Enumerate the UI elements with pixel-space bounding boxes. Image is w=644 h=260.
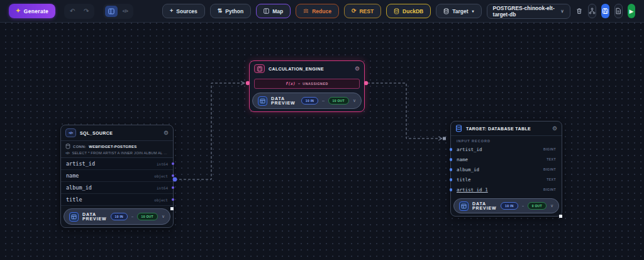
field-port[interactable] [450,178,453,181]
preview-label: DATA PREVIEW [271,96,297,105]
add-python-button[interactable]: ⇅ Python [210,4,251,18]
field-row[interactable]: name object [61,170,173,182]
calc-header[interactable]: CALCULATION_ENGINE ⚙ [250,61,364,76]
gear-icon[interactable]: ⚙ [552,126,557,132]
in-badge: 10 IN [301,97,318,105]
data-preview-bar[interactable]: DATA PREVIEW 10 IN 10 OUT ∨ [64,208,170,225]
chevron-down-icon[interactable]: ∨ [353,98,356,103]
fx-label: f(x) [286,81,296,86]
target-resize-handle[interactable] [559,215,562,218]
preview-label: DATA PREVIEW [82,212,107,221]
report-button[interactable] [614,4,623,18]
canvas-view-icon[interactable] [105,6,118,17]
field-row[interactable]: title TEXT [451,174,562,184]
field-type: BIGINT [543,167,556,171]
target-header[interactable]: TARGET: DATABASE TABLE ⚙ [451,122,562,135]
out-badge: 0 OUT [528,202,547,210]
add-duckdb-button[interactable]: DuckDB [386,4,431,18]
target-label: Target [452,8,468,14]
add-map-button[interactable]: Map [256,4,291,18]
in-badge: 10 IN [501,202,518,210]
field-row[interactable]: album_id int64 [61,182,173,194]
connection-row: CONN: WEBFIDGET-POSTGRES [61,141,173,150]
field-row[interactable]: title object [61,194,173,206]
target-field-list: artist_id BIGINT name TEXT album_id BIGI… [451,144,562,195]
code-icon: </> [65,151,69,155]
node-target-table[interactable]: TARGET: DATABASE TABLE ⚙ INPUT RECORD ar… [450,121,562,217]
field-port[interactable] [172,162,174,165]
field-name: name [66,172,79,179]
database-icon [443,8,449,14]
badge-separator [322,101,324,101]
field-name: album_id [66,184,92,191]
in-badge: 10 IN [111,213,128,220]
conn-label: CONN: [73,145,86,149]
field-port[interactable] [450,148,453,151]
field-row[interactable]: artist_id int64 [61,158,173,170]
sql-source-header[interactable]: </> SQL_SOURCE ⚙ [61,125,173,140]
duckdb-label: DuckDB [402,8,423,14]
field-type: int64 [157,186,168,190]
git-branch-icon [589,8,596,14]
sources-label: Sources [176,8,197,14]
refresh-icon: ⟳ [352,8,357,14]
field-name: artist_id [457,147,482,152]
play-icon: ▶ [629,8,633,14]
node-sql-source[interactable]: </> SQL_SOURCE ⚙ CONN: WEBFIDGET-POSTGRE… [60,125,174,228]
python-label: Python [225,8,243,14]
field-row[interactable]: album_id BIGINT [451,164,562,174]
swap-arrows-icon: ⇅ [218,8,223,14]
field-row[interactable]: artist_id_1 BIGINT [451,184,562,195]
calculator-icon [254,64,265,73]
field-port[interactable] [450,158,453,161]
table-icon [258,96,267,106]
generate-button[interactable]: ✦ Generate [9,4,55,18]
save-floppy-icon [602,8,609,14]
chevron-down-icon[interactable]: ∨ [550,203,553,208]
add-target-button[interactable]: Target ▾ [436,4,481,18]
out-badge: 10 OUT [137,213,158,220]
field-port[interactable] [450,188,453,191]
field-row[interactable]: name TEXT [451,154,562,164]
node-calculation-engine[interactable]: CALCULATION_ENGINE ⚙ f(x) = UNASSIGNED D… [249,60,365,112]
formula-input[interactable]: f(x) = UNASSIGNED [254,79,360,89]
run-button[interactable]: ▶ [628,4,635,18]
field-port[interactable] [172,186,174,189]
input-record-label: INPUT RECORD [451,136,562,144]
gear-icon[interactable]: ⚙ [164,130,169,136]
pipeline-select[interactable]: POSTGRES-chinook-elt-target-db ∨ [487,4,570,19]
redo-icon[interactable]: ↷ [80,6,92,17]
add-reduce-button[interactable]: Reduce [296,4,339,18]
field-port[interactable] [172,198,174,201]
field-name: name [457,157,468,162]
field-port[interactable] [172,174,174,177]
pipeline-select-value: POSTGRES-chinook-elt-target-db [493,5,561,18]
data-preview-bar[interactable]: DATA PREVIEW 10 IN 10 OUT ∨ [252,93,362,109]
delete-button[interactable] [575,4,583,18]
field-name: artist_id_1 [457,187,488,193]
layers-icon [303,8,309,14]
field-type: object [154,198,168,202]
document-icon [615,8,621,14]
badge-separator [522,206,524,206]
save-button[interactable] [601,4,609,18]
map-label: Map [272,8,283,14]
reduce-label: Reduce [312,8,331,14]
node-title: TARGET: DATABASE TABLE [466,127,548,131]
add-rest-button[interactable]: ⟳ REST [344,4,381,18]
field-row[interactable]: artist_id BIGINT [451,144,562,154]
chevron-down-icon[interactable]: ∨ [162,214,165,219]
data-preview-bar[interactable]: DATA PREVIEW 10 IN 0 OUT ∨ [453,198,559,213]
code-view-icon[interactable]: </> [119,6,131,17]
undo-icon[interactable]: ↶ [66,6,79,17]
out-badge: 10 OUT [328,97,349,105]
branch-button[interactable] [588,4,596,18]
badge-separator [131,217,133,217]
sql-resize-handle[interactable] [170,207,174,210]
field-port[interactable] [450,168,453,171]
gear-icon[interactable]: ⚙ [355,66,360,72]
query-row[interactable]: </> SELECT * FROM ARTIST A INNER JOIN AL… [61,150,173,157]
field-type: TEXT [547,178,556,181]
conn-value: WEBFIDGET-POSTGRES [89,145,136,149]
add-sources-button[interactable]: + Sources [162,4,205,18]
